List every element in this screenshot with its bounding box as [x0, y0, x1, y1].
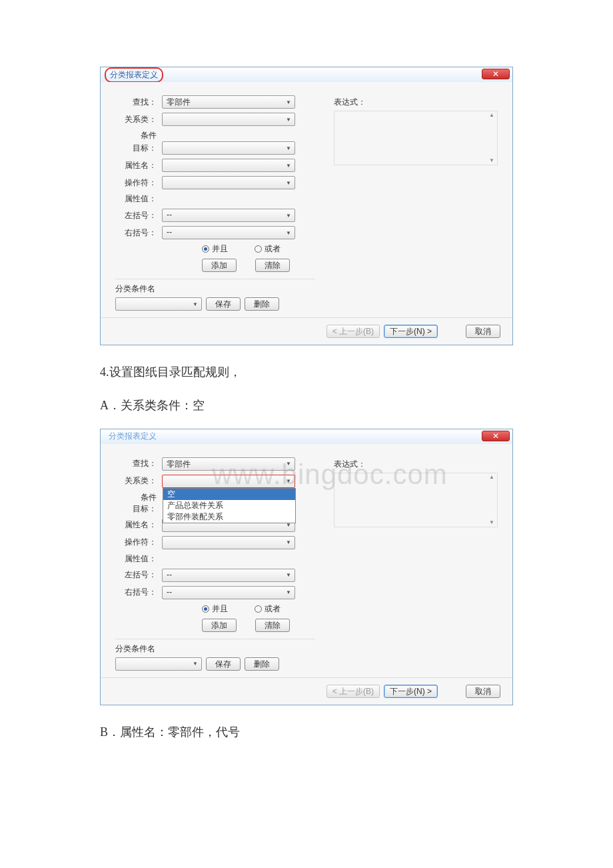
add-button[interactable]: 添加 — [202, 259, 237, 272]
label-search: 查找： — [115, 97, 157, 108]
clear-button[interactable]: 清除 — [255, 259, 290, 272]
label-rbracket: 右括号： — [115, 587, 157, 598]
rbracket-combo[interactable]: -- ▼ — [162, 226, 295, 239]
label-attrname: 属性名： — [115, 519, 157, 531]
relation-option-assembly[interactable]: 产品总装件关系 — [163, 500, 295, 511]
save-button[interactable]: 保存 — [206, 297, 241, 311]
relation-combo[interactable]: ▼ — [162, 113, 295, 126]
delete-button[interactable]: 删除 — [245, 657, 279, 671]
relation-option-empty[interactable]: 空 — [163, 489, 295, 500]
target-combo[interactable]: ▼ — [162, 141, 295, 155]
dialog-report-definition-1: 分类报表定义 ✕ 查找： 零部件 ▼ 关系类： ▼ — [100, 67, 513, 345]
label-lbracket: 左括号： — [115, 569, 157, 581]
chevron-down-icon: ▼ — [191, 659, 200, 669]
label-operator: 操作符： — [115, 177, 157, 189]
dialog-body: www.bingdoc.com 查找： 零部件 ▼ 关系类： ▼ — [101, 444, 512, 677]
label-attrname: 属性名： — [115, 160, 157, 171]
label-relation: 关系类： — [115, 475, 157, 487]
close-icon: ✕ — [492, 69, 499, 79]
condname-combo[interactable]: ▼ — [115, 657, 202, 671]
close-icon: ✕ — [492, 431, 499, 441]
chevron-down-icon: ▼ — [284, 97, 293, 107]
label-condname: 分类条件名 — [115, 643, 155, 655]
chevron-down-icon: ▼ — [284, 477, 293, 486]
radio-dot-icon — [202, 605, 209, 613]
label-attrval: 属性值： — [115, 193, 157, 205]
relation-option-partassy[interactable]: 零部件装配关系 — [163, 511, 295, 523]
cancel-button[interactable]: 取消 — [466, 325, 500, 338]
scroll-up-icon[interactable]: ▲ — [487, 474, 496, 481]
lbracket-combo[interactable]: -- ▼ — [162, 209, 295, 222]
delete-button[interactable]: 删除 — [245, 297, 279, 311]
rbracket-combo[interactable]: -- ▼ — [162, 586, 295, 599]
radio-and-label: 并且 — [212, 243, 228, 255]
scroll-down-icon[interactable]: ▼ — [487, 519, 496, 526]
chevron-down-icon: ▼ — [284, 161, 293, 170]
radio-or[interactable]: 或者 — [255, 603, 281, 615]
dialog-body: 查找： 零部件 ▼ 关系类： ▼ 条件 — [101, 82, 512, 317]
titlebar: 分类报表定义 ✕ — [101, 67, 512, 82]
label-search: 查找： — [115, 458, 157, 469]
label-cond: 条件 — [115, 492, 157, 503]
back-button: < 上一步(B) — [326, 325, 380, 338]
chevron-down-icon: ▼ — [284, 115, 293, 124]
doc-step-a: A．关系类条件：空 — [100, 395, 513, 416]
radio-dot-icon — [255, 245, 262, 253]
next-button[interactable]: 下一步(N) > — [384, 325, 438, 338]
search-value: 零部件 — [167, 97, 191, 107]
dialog-footer: < 上一步(B) 下一步(N) > 取消 — [101, 317, 512, 345]
label-rbracket: 右括号： — [115, 227, 157, 239]
radio-and-label: 并且 — [212, 603, 228, 615]
relation-combo[interactable]: ▼ 空 产品总装件关系 零部件装配关系 — [162, 475, 295, 488]
chevron-down-icon: ▼ — [284, 228, 293, 237]
lbracket-value: -- — [167, 570, 172, 579]
condname-combo[interactable]: ▼ — [115, 297, 202, 311]
lbracket-combo[interactable]: -- ▼ — [162, 569, 295, 582]
cancel-button[interactable]: 取消 — [466, 685, 500, 698]
clear-button[interactable]: 清除 — [255, 619, 290, 632]
lbracket-value: -- — [167, 210, 172, 219]
rbracket-value: -- — [167, 227, 172, 237]
search-combo[interactable]: 零部件 ▼ — [162, 457, 295, 471]
attrname-combo[interactable]: ▼ — [162, 159, 295, 172]
scroll-up-icon[interactable]: ▲ — [487, 112, 496, 119]
chevron-down-icon: ▼ — [284, 588, 293, 597]
doc-step-b: B．属性名：零部件，代号 — [100, 721, 513, 743]
label-expression: 表达式： — [334, 459, 498, 470]
chevron-down-icon: ▼ — [284, 211, 293, 220]
label-target: 目标： — [115, 503, 157, 515]
radio-or-label: 或者 — [265, 603, 281, 615]
label-operator: 操作符： — [115, 537, 157, 548]
titlebar: 分类报表定义 ✕ — [101, 429, 512, 444]
next-button[interactable]: 下一步(N) > — [384, 685, 438, 698]
radio-and[interactable]: 并且 — [202, 603, 228, 615]
chevron-down-icon: ▼ — [284, 571, 293, 580]
operator-combo[interactable]: ▼ — [162, 536, 295, 549]
dialog-report-definition-2: 分类报表定义 ✕ www.bingdoc.com 查找： 零部件 ▼ 关系类： — [100, 429, 513, 705]
radio-and[interactable]: 并且 — [202, 243, 228, 255]
back-button: < 上一步(B) — [326, 685, 380, 698]
expression-box[interactable]: ▲ ▼ — [334, 111, 498, 165]
label-condname: 分类条件名 — [115, 283, 155, 295]
add-button[interactable]: 添加 — [202, 619, 237, 632]
close-button[interactable]: ✕ — [482, 431, 510, 441]
save-button[interactable]: 保存 — [206, 657, 241, 671]
close-button[interactable]: ✕ — [482, 69, 510, 79]
dialog-title: 分类报表定义 — [105, 67, 163, 83]
scroll-down-icon[interactable]: ▼ — [487, 157, 496, 164]
radio-dot-icon — [202, 245, 209, 253]
rbracket-value: -- — [167, 587, 172, 597]
dialog-footer: < 上一步(B) 下一步(N) > 取消 — [101, 677, 512, 705]
relation-dropdown: 空 产品总装件关系 零部件装配关系 — [163, 488, 296, 523]
expression-box[interactable]: ▲ ▼ — [334, 473, 498, 527]
label-expression: 表达式： — [334, 97, 498, 108]
radio-or[interactable]: 或者 — [255, 243, 281, 255]
chevron-down-icon: ▼ — [284, 178, 293, 187]
radio-dot-icon — [255, 605, 262, 613]
search-combo[interactable]: 零部件 ▼ — [162, 95, 295, 109]
doc-step-4: 4.设置图纸目录匹配规则， — [100, 361, 513, 383]
label-cond: 条件 — [115, 130, 157, 141]
operator-combo[interactable]: ▼ — [162, 176, 295, 189]
search-value: 零部件 — [167, 459, 191, 469]
chevron-down-icon: ▼ — [284, 538, 293, 547]
